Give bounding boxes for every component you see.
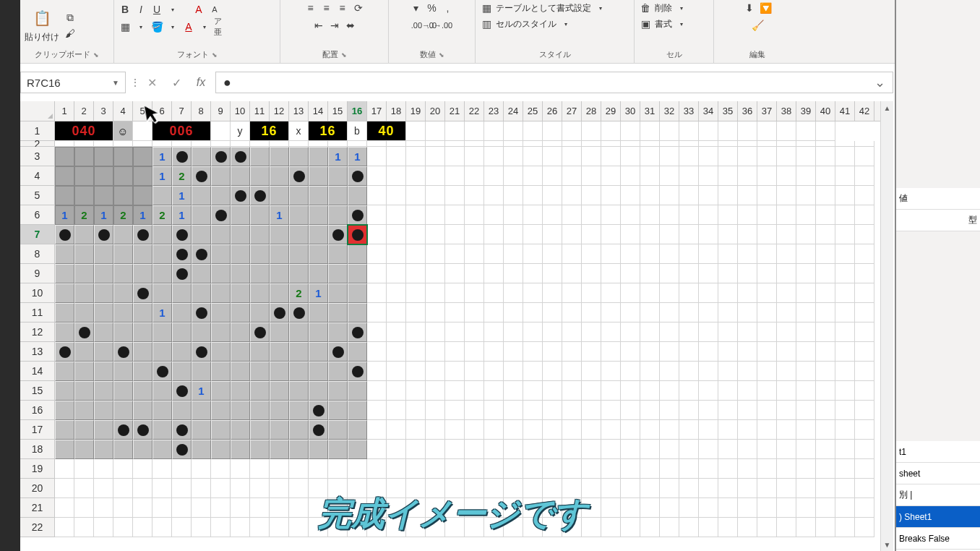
blank-cell[interactable] — [406, 244, 426, 264]
smiley-face-button[interactable]: ☺ — [113, 121, 133, 141]
blank-cell[interactable] — [387, 362, 406, 381]
blank-cell[interactable] — [523, 420, 543, 440]
game-cell[interactable] — [309, 420, 328, 440]
game-cell[interactable] — [309, 205, 328, 225]
game-cell[interactable] — [172, 147, 192, 166]
blank-cell[interactable] — [777, 141, 796, 147]
blank-cell[interactable] — [562, 141, 582, 147]
blank-cell[interactable] — [835, 381, 855, 401]
blank-cell[interactable] — [406, 401, 426, 420]
blank-cell[interactable] — [465, 147, 484, 166]
blank-cell[interactable] — [367, 479, 387, 498]
game-cell[interactable] — [309, 186, 328, 205]
row-header[interactable]: 2 — [20, 141, 55, 147]
game-cell[interactable] — [94, 264, 113, 283]
game-cell[interactable] — [270, 323, 289, 342]
delete-dropdown-icon[interactable]: ▾ — [675, 1, 688, 14]
game-cell[interactable] — [231, 225, 250, 244]
game-cell[interactable] — [133, 147, 152, 166]
blank-cell[interactable] — [504, 342, 523, 362]
blank-cell[interactable] — [816, 479, 835, 498]
blank-cell[interactable] — [738, 420, 757, 440]
format-as-table-button[interactable]: テーブルとして書式設定 — [496, 2, 591, 14]
blank-cell[interactable] — [699, 147, 718, 166]
blank-cell[interactable] — [387, 205, 406, 225]
blank-cell[interactable] — [777, 225, 796, 244]
blank-cell[interactable] — [757, 166, 777, 186]
blank-cell[interactable] — [835, 303, 855, 323]
blank-cell[interactable] — [484, 283, 504, 303]
game-cell[interactable] — [133, 264, 152, 283]
game-cell[interactable] — [133, 381, 152, 401]
game-cell[interactable] — [289, 401, 309, 420]
y-label[interactable]: y — [231, 121, 250, 141]
blank-cell[interactable] — [718, 401, 738, 420]
blank-cell[interactable] — [582, 166, 601, 186]
blank-cell[interactable] — [679, 342, 699, 362]
blank-cell[interactable] — [660, 141, 679, 147]
blank-cell[interactable] — [601, 186, 621, 205]
row-header[interactable]: 17 — [20, 420, 55, 440]
game-cell[interactable] — [211, 205, 231, 225]
game-cell[interactable] — [270, 186, 289, 205]
blank-cell[interactable] — [582, 225, 601, 244]
blank-cell[interactable] — [621, 186, 640, 205]
blank-cell[interactable] — [250, 459, 270, 479]
blank-cell[interactable] — [835, 186, 855, 205]
copy-icon[interactable]: ⧉ — [64, 11, 77, 24]
game-cell[interactable] — [113, 244, 133, 264]
blank-cell[interactable] — [835, 342, 855, 362]
blank-cell[interactable] — [523, 205, 543, 225]
row-header[interactable]: 11 — [20, 303, 55, 323]
blank-cell[interactable] — [660, 283, 679, 303]
game-cell[interactable] — [231, 166, 250, 186]
game-cell[interactable] — [152, 381, 172, 401]
game-cell[interactable]: 1 — [309, 283, 328, 303]
game-cell[interactable] — [55, 225, 74, 244]
game-cell[interactable] — [94, 244, 113, 264]
blank-cell[interactable] — [582, 264, 601, 283]
game-cell[interactable] — [211, 342, 231, 362]
blank-cell[interactable] — [601, 147, 621, 166]
x-value[interactable]: 16 — [309, 121, 348, 141]
blank-cell[interactable] — [679, 244, 699, 264]
game-cell[interactable] — [192, 244, 211, 264]
blank-cell[interactable] — [543, 264, 562, 283]
game-cell[interactable] — [289, 166, 309, 186]
game-cell[interactable]: 1 — [55, 205, 74, 225]
blank-cell[interactable] — [289, 141, 309, 147]
game-cell[interactable] — [94, 225, 113, 244]
format-painter-icon[interactable]: 🖌 — [64, 27, 77, 40]
column-header[interactable]: 19 — [406, 101, 426, 121]
game-cell[interactable] — [152, 244, 172, 264]
blank-cell[interactable] — [172, 459, 192, 479]
blank-cell[interactable] — [562, 342, 582, 362]
blank-cell[interactable] — [582, 121, 601, 141]
game-cell[interactable] — [74, 244, 94, 264]
blank-cell[interactable] — [835, 459, 855, 479]
fill-dropdown-icon[interactable]: ▾ — [166, 20, 179, 33]
blank-cell[interactable] — [835, 479, 855, 498]
game-cell[interactable] — [133, 323, 152, 342]
blank-cell[interactable] — [738, 342, 757, 362]
column-header[interactable]: 12 — [270, 101, 289, 121]
blank-cell[interactable] — [387, 225, 406, 244]
game-cell[interactable] — [309, 147, 328, 166]
blank-cell[interactable] — [426, 381, 445, 401]
blank-cell[interactable] — [523, 440, 543, 459]
blank-cell[interactable] — [74, 518, 94, 537]
game-cell[interactable] — [172, 303, 192, 323]
game-cell[interactable] — [172, 362, 192, 381]
blank-cell[interactable] — [660, 479, 679, 498]
game-cell[interactable] — [152, 283, 172, 303]
game-cell[interactable] — [250, 166, 270, 186]
prop-row[interactable]: sheet — [896, 463, 980, 484]
bold-icon[interactable]: B — [119, 3, 132, 16]
blank-cell[interactable] — [250, 479, 270, 498]
blank-cell[interactable] — [621, 323, 640, 342]
blank-cell[interactable] — [640, 283, 660, 303]
game-cell[interactable] — [348, 420, 367, 440]
blank-cell[interactable] — [231, 479, 250, 498]
column-header[interactable]: 20 — [426, 101, 445, 121]
column-header[interactable]: 5 — [133, 101, 152, 121]
